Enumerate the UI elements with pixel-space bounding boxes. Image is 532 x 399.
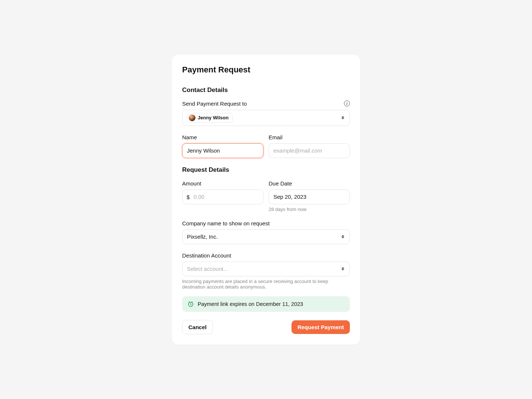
request-section-title: Request Details — [182, 166, 350, 174]
due-date-field: Due Date 28 days from now — [269, 180, 350, 212]
request-details-section: Request Details Amount $ Due Date 28 day… — [182, 166, 350, 312]
due-date-input[interactable] — [269, 190, 350, 204]
info-icon[interactable]: i — [344, 100, 350, 106]
request-payment-button[interactable]: Request Payment — [291, 320, 350, 334]
send-to-label: Send Payment Request to — [182, 100, 247, 107]
contact-chip-name: Jenny Wilson — [198, 115, 229, 120]
contact-chip: Jenny Wilson — [187, 113, 233, 123]
amount-field: Amount $ — [182, 180, 263, 212]
company-label: Company name to show on request — [182, 220, 270, 226]
name-input[interactable] — [182, 143, 263, 158]
cancel-button[interactable]: Cancel — [182, 320, 213, 334]
email-input[interactable] — [269, 143, 350, 158]
email-field: Email — [269, 134, 350, 158]
contact-section-title: Contact Details — [182, 86, 350, 94]
contact-details-section: Contact Details Send Payment Request to … — [182, 86, 350, 158]
page-title: Payment Request — [182, 65, 350, 75]
expiry-text: Payment link expires on December 11, 202… — [198, 301, 303, 307]
email-label: Email — [269, 134, 283, 140]
clock-icon — [187, 301, 194, 307]
currency-prefix: $ — [187, 194, 190, 200]
company-field: Company name to show on request Pixsellz… — [182, 220, 350, 244]
company-select[interactable]: Pixsellz, Inc. — [182, 229, 350, 244]
name-field: Name — [182, 134, 263, 158]
destination-placeholder: Select account... — [187, 266, 228, 272]
payment-request-card: Payment Request Contact Details Send Pay… — [172, 55, 360, 345]
destination-label: Destination Account — [182, 252, 231, 259]
due-date-helper: 28 days from now — [269, 207, 350, 212]
chevron-updown-icon — [341, 267, 345, 270]
avatar-icon — [189, 115, 195, 121]
send-to-select[interactable]: Jenny Wilson — [182, 110, 350, 126]
footer: Cancel Request Payment — [182, 320, 350, 334]
name-label: Name — [182, 134, 197, 140]
chevron-updown-icon — [341, 116, 345, 119]
amount-label: Amount — [182, 180, 201, 187]
due-date-label: Due Date — [269, 180, 292, 187]
destination-select[interactable]: Select account... — [182, 262, 350, 276]
chevron-updown-icon — [341, 235, 345, 238]
destination-helper: Incoming payments are placed in a secure… — [182, 279, 350, 290]
expiry-notice: Payment link expires on December 11, 202… — [182, 296, 350, 312]
amount-input[interactable] — [182, 190, 263, 204]
company-value: Pixsellz, Inc. — [187, 233, 218, 240]
destination-field: Destination Account Select account... In… — [182, 252, 350, 290]
send-to-field: Send Payment Request to i Jenny Wilson — [182, 100, 350, 126]
